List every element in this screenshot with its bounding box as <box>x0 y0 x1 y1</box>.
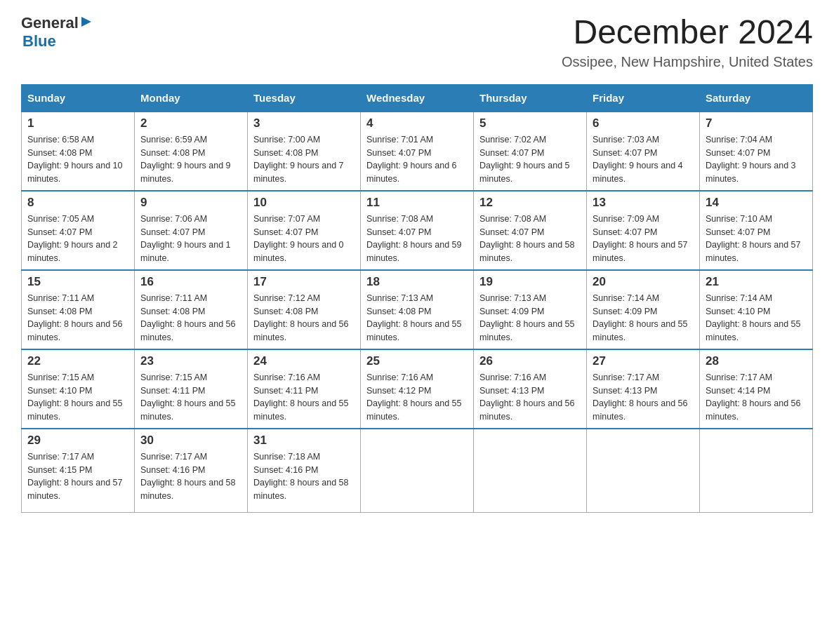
day-number: 20 <box>593 275 694 289</box>
day-info: Sunrise: 7:15 AMSunset: 4:10 PMDaylight:… <box>27 371 128 424</box>
calendar-week-row: 8Sunrise: 7:05 AMSunset: 4:07 PMDaylight… <box>22 191 813 270</box>
calendar-cell: 11Sunrise: 7:08 AMSunset: 4:07 PMDayligh… <box>361 191 474 270</box>
day-info: Sunrise: 6:59 AMSunset: 4:08 PMDaylight:… <box>140 133 241 186</box>
calendar-cell: 20Sunrise: 7:14 AMSunset: 4:09 PMDayligh… <box>587 270 700 349</box>
day-info: Sunrise: 7:13 AMSunset: 4:08 PMDaylight:… <box>366 292 468 344</box>
calendar-cell: 10Sunrise: 7:07 AMSunset: 4:07 PMDayligh… <box>248 191 361 270</box>
calendar-cell <box>361 429 474 513</box>
day-number: 18 <box>366 275 468 289</box>
calendar-header-row: SundayMondayTuesdayWednesdayThursdayFrid… <box>22 84 813 112</box>
day-number: 19 <box>479 275 581 289</box>
logo: General Blue <box>21 14 93 51</box>
day-info: Sunrise: 7:10 AMSunset: 4:07 PMDaylight:… <box>706 213 807 265</box>
calendar-week-row: 1Sunrise: 6:58 AMSunset: 4:08 PMDaylight… <box>22 112 813 191</box>
day-info: Sunrise: 7:11 AMSunset: 4:08 PMDaylight:… <box>140 292 241 344</box>
calendar-cell: 30Sunrise: 7:17 AMSunset: 4:16 PMDayligh… <box>135 429 248 513</box>
day-number: 28 <box>706 354 807 368</box>
day-number: 6 <box>593 116 694 130</box>
day-info: Sunrise: 7:17 AMSunset: 4:14 PMDaylight:… <box>706 371 807 424</box>
calendar-subtitle: Ossipee, New Hampshire, United States <box>562 54 813 70</box>
day-info: Sunrise: 7:14 AMSunset: 4:09 PMDaylight:… <box>593 292 694 344</box>
day-number: 25 <box>366 354 468 368</box>
calendar-cell: 23Sunrise: 7:15 AMSunset: 4:11 PMDayligh… <box>135 349 248 429</box>
calendar-cell: 14Sunrise: 7:10 AMSunset: 4:07 PMDayligh… <box>700 191 813 270</box>
calendar-cell <box>700 429 813 513</box>
calendar-cell: 5Sunrise: 7:02 AMSunset: 4:07 PMDaylight… <box>474 112 587 191</box>
day-number: 16 <box>140 275 241 289</box>
day-info: Sunrise: 7:01 AMSunset: 4:07 PMDaylight:… <box>366 133 468 186</box>
calendar-week-row: 29Sunrise: 7:17 AMSunset: 4:15 PMDayligh… <box>22 429 813 513</box>
calendar-week-row: 15Sunrise: 7:11 AMSunset: 4:08 PMDayligh… <box>22 270 813 349</box>
day-number: 15 <box>27 275 128 289</box>
day-info: Sunrise: 7:17 AMSunset: 4:16 PMDaylight:… <box>140 450 241 503</box>
day-number: 30 <box>140 434 241 448</box>
day-number: 22 <box>27 354 128 368</box>
calendar-cell: 19Sunrise: 7:13 AMSunset: 4:09 PMDayligh… <box>474 270 587 349</box>
column-header-friday: Friday <box>587 84 700 112</box>
day-info: Sunrise: 7:09 AMSunset: 4:07 PMDaylight:… <box>593 213 694 265</box>
day-info: Sunrise: 7:02 AMSunset: 4:07 PMDaylight:… <box>479 133 581 186</box>
day-number: 5 <box>479 116 581 130</box>
day-info: Sunrise: 7:16 AMSunset: 4:12 PMDaylight:… <box>366 371 468 424</box>
day-info: Sunrise: 7:11 AMSunset: 4:08 PMDaylight:… <box>27 292 128 344</box>
calendar-cell: 22Sunrise: 7:15 AMSunset: 4:10 PMDayligh… <box>22 349 135 429</box>
calendar-title: December 2024 <box>562 14 813 51</box>
day-info: Sunrise: 7:06 AMSunset: 4:07 PMDaylight:… <box>140 213 241 265</box>
day-info: Sunrise: 7:04 AMSunset: 4:07 PMDaylight:… <box>706 133 807 186</box>
calendar-cell: 8Sunrise: 7:05 AMSunset: 4:07 PMDaylight… <box>22 191 135 270</box>
calendar-cell: 29Sunrise: 7:17 AMSunset: 4:15 PMDayligh… <box>22 429 135 513</box>
day-number: 13 <box>593 196 694 210</box>
day-info: Sunrise: 7:12 AMSunset: 4:08 PMDaylight:… <box>253 292 355 344</box>
day-number: 26 <box>479 354 581 368</box>
day-number: 17 <box>253 275 355 289</box>
day-number: 2 <box>140 116 241 130</box>
day-number: 8 <box>27 196 128 210</box>
calendar-cell: 18Sunrise: 7:13 AMSunset: 4:08 PMDayligh… <box>361 270 474 349</box>
day-info: Sunrise: 7:07 AMSunset: 4:07 PMDaylight:… <box>253 213 355 265</box>
day-number: 14 <box>706 196 807 210</box>
title-block: December 2024 Ossipee, New Hampshire, Un… <box>562 14 813 70</box>
calendar-cell: 9Sunrise: 7:06 AMSunset: 4:07 PMDaylight… <box>135 191 248 270</box>
day-number: 10 <box>253 196 355 210</box>
day-info: Sunrise: 7:03 AMSunset: 4:07 PMDaylight:… <box>593 133 694 186</box>
day-info: Sunrise: 7:16 AMSunset: 4:11 PMDaylight:… <box>253 371 355 424</box>
calendar-cell: 21Sunrise: 7:14 AMSunset: 4:10 PMDayligh… <box>700 270 813 349</box>
column-header-sunday: Sunday <box>22 84 135 112</box>
day-number: 12 <box>479 196 581 210</box>
day-info: Sunrise: 7:08 AMSunset: 4:07 PMDaylight:… <box>366 213 468 265</box>
day-number: 24 <box>253 354 355 368</box>
day-number: 9 <box>140 196 241 210</box>
calendar-week-row: 22Sunrise: 7:15 AMSunset: 4:10 PMDayligh… <box>22 349 813 429</box>
calendar-cell: 4Sunrise: 7:01 AMSunset: 4:07 PMDaylight… <box>361 112 474 191</box>
day-info: Sunrise: 7:16 AMSunset: 4:13 PMDaylight:… <box>479 371 581 424</box>
logo-arrow-icon <box>80 15 93 28</box>
day-number: 1 <box>27 116 128 130</box>
calendar-cell <box>587 429 700 513</box>
calendar-cell: 1Sunrise: 6:58 AMSunset: 4:08 PMDaylight… <box>22 112 135 191</box>
day-number: 27 <box>593 354 694 368</box>
calendar-cell: 31Sunrise: 7:18 AMSunset: 4:16 PMDayligh… <box>248 429 361 513</box>
calendar-cell <box>474 429 587 513</box>
column-header-monday: Monday <box>135 84 248 112</box>
day-number: 4 <box>366 116 468 130</box>
day-number: 31 <box>253 434 355 448</box>
logo-blue: Blue <box>22 32 93 51</box>
calendar-cell: 7Sunrise: 7:04 AMSunset: 4:07 PMDaylight… <box>700 112 813 191</box>
day-info: Sunrise: 7:18 AMSunset: 4:16 PMDaylight:… <box>253 450 355 503</box>
day-info: Sunrise: 6:58 AMSunset: 4:08 PMDaylight:… <box>27 133 128 186</box>
calendar-cell: 24Sunrise: 7:16 AMSunset: 4:11 PMDayligh… <box>248 349 361 429</box>
day-info: Sunrise: 7:15 AMSunset: 4:11 PMDaylight:… <box>140 371 241 424</box>
day-info: Sunrise: 7:17 AMSunset: 4:13 PMDaylight:… <box>593 371 694 424</box>
day-info: Sunrise: 7:13 AMSunset: 4:09 PMDaylight:… <box>479 292 581 344</box>
column-header-tuesday: Tuesday <box>248 84 361 112</box>
svg-marker-0 <box>81 17 91 27</box>
calendar-cell: 12Sunrise: 7:08 AMSunset: 4:07 PMDayligh… <box>474 191 587 270</box>
day-number: 3 <box>253 116 355 130</box>
calendar-cell: 27Sunrise: 7:17 AMSunset: 4:13 PMDayligh… <box>587 349 700 429</box>
day-number: 21 <box>706 275 807 289</box>
calendar-cell: 13Sunrise: 7:09 AMSunset: 4:07 PMDayligh… <box>587 191 700 270</box>
calendar-table: SundayMondayTuesdayWednesdayThursdayFrid… <box>21 84 813 514</box>
calendar-cell: 15Sunrise: 7:11 AMSunset: 4:08 PMDayligh… <box>22 270 135 349</box>
day-info: Sunrise: 7:08 AMSunset: 4:07 PMDaylight:… <box>479 213 581 265</box>
day-info: Sunrise: 7:14 AMSunset: 4:10 PMDaylight:… <box>706 292 807 344</box>
